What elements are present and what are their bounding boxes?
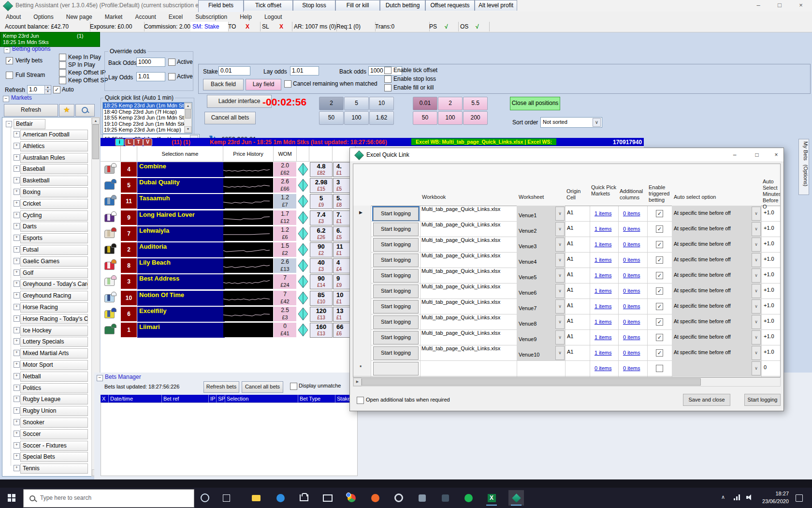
lay-stake-button-100[interactable]: 100 [438, 111, 463, 125]
expand-icon[interactable]: + [14, 315, 20, 322]
dialog-maximize-icon[interactable]: □ [750, 150, 764, 160]
selection-name[interactable]: Dubai Quality [137, 178, 225, 193]
selection-name[interactable]: Lehwaiyla [137, 226, 225, 241]
spinner-down-icon[interactable]: ▼ [44, 90, 51, 94]
sidebar-item-tennis[interactable]: Tennis [20, 463, 88, 474]
betfair-collapse-icon[interactable]: − [6, 121, 12, 127]
auto-select-cell[interactable]: At specific time before off∨ [672, 345, 761, 360]
auto-select-cell[interactable]: At specific time before off∨ [672, 206, 761, 221]
chevron-down-icon[interactable]: ∨ [752, 253, 761, 267]
app-icon-8[interactable] [414, 490, 430, 506]
volume-icon[interactable] [746, 494, 753, 500]
lay-stake-button-0.01[interactable]: 0.01 [413, 97, 437, 110]
scrollbar-thumb[interactable] [185, 109, 191, 119]
start-logging-button[interactable]: Start logging [373, 254, 419, 267]
auto-select-cell[interactable]: At specific time before off∨ [672, 283, 761, 299]
sidebar-item-special-bets[interactable]: Special Bets [20, 452, 88, 462]
firefox-icon[interactable] [367, 490, 383, 506]
back-price-button[interactable]: 4.8£82 [310, 162, 333, 177]
start-logging-button[interactable]: Start logging [373, 269, 419, 283]
chevron-down-icon[interactable]: ∨ [555, 330, 565, 344]
start-logging-button[interactable]: Start logging [373, 331, 419, 344]
expand-icon[interactable]: + [14, 350, 20, 356]
back-price-button[interactable]: 40£3 [310, 258, 333, 273]
enable-betting-checkbox[interactable]: ✓ [656, 256, 663, 264]
back-price-button[interactable]: 90£14 [310, 274, 333, 289]
worksheet-cell[interactable]: Venue9∨ [517, 329, 565, 345]
sidebar-item-cricket[interactable]: Cricket [20, 199, 88, 209]
enable-tick-offset-checkbox[interactable] [384, 67, 392, 74]
dialog-hscrollbar[interactable]: ◀▶ [353, 377, 781, 387]
chevron-down-icon[interactable]: ∨ [555, 238, 565, 252]
collapse-icon[interactable]: − [97, 375, 103, 381]
sidebar-item-esports[interactable]: Esports [20, 233, 88, 243]
close-icon[interactable]: × [791, 0, 811, 11]
quick-pick-item[interactable]: 18:25 Kemp 23rd Jun (1m Mdn Stks) [103, 103, 192, 109]
excel-icon[interactable]: X [484, 490, 499, 506]
expand-icon[interactable]: + [14, 223, 20, 229]
start-logging-button[interactable]: Start logging [373, 223, 419, 236]
chevron-down-icon[interactable]: ∨ [752, 207, 761, 221]
selection-name[interactable]: Tasaamuh [137, 194, 225, 209]
chevron-down-icon[interactable]: ∨ [752, 361, 761, 375]
market-bar-button-v[interactable]: V [143, 138, 152, 146]
lay-odds-active-checkbox[interactable] [168, 73, 175, 80]
sidebar-item-golf[interactable]: Golf [20, 268, 88, 278]
chevron-down-icon[interactable]: ∨ [752, 284, 761, 298]
chevron-down-icon[interactable]: ∨ [752, 238, 761, 252]
sidebar-item-greyhound-today-s-card[interactable]: Greyhound - Today's Card [20, 279, 88, 289]
worksheet-cell[interactable]: Venue3∨ [517, 237, 565, 252]
quick-pick-item[interactable]: 18:55 Kemp 23rd Jun (1m Mdn Stks) [103, 115, 192, 121]
chevron-down-icon[interactable]: ∨ [555, 284, 565, 298]
worksheet-cell[interactable]: Venue2∨ [517, 221, 565, 237]
expand-icon[interactable]: + [14, 143, 20, 149]
menu-item-options[interactable]: Options [33, 14, 53, 20]
sidebar-item-snooker[interactable]: Snooker [20, 418, 88, 428]
enable-stop-loss-checkbox[interactable] [384, 75, 392, 83]
sidebar-item-athletics[interactable]: Athletics [20, 141, 88, 151]
spotify-icon[interactable] [461, 490, 476, 506]
back-price-button[interactable]: 2.98£15 [310, 178, 333, 193]
start-logging-button[interactable]: Start logging [373, 346, 419, 360]
mail-icon[interactable] [320, 490, 335, 506]
start-logging-button[interactable]: Start logging [373, 300, 419, 314]
tab-stop-loss[interactable]: Stop loss [293, 0, 335, 11]
back-stake-button-10[interactable]: 10 [369, 97, 394, 110]
chrome-icon[interactable] [344, 490, 359, 506]
tab-alt-level-profit[interactable]: Alt level profit [475, 0, 517, 11]
stake-input[interactable]: 0.01 [218, 66, 250, 75]
worksheet-cell[interactable]: Venue6∨ [517, 283, 565, 299]
side-tab-my-bets[interactable]: My Bets(Options) [798, 139, 809, 195]
back-odds-active-checkbox[interactable] [168, 59, 175, 66]
chevron-down-icon[interactable]: ∨ [593, 118, 601, 127]
expand-icon[interactable]: + [14, 269, 20, 276]
worksheet-cell[interactable]: Venue10∨ [517, 345, 565, 360]
sidebar-item-gaelic-games[interactable]: Gaelic Games [20, 256, 88, 267]
enable-fill-or-kill-checkbox[interactable] [384, 84, 392, 91]
auto-select-cell[interactable]: At specific time before off∨ [672, 299, 761, 314]
scrollbar-thumb[interactable] [362, 378, 701, 386]
ladder-interface-button[interactable]: Ladder interface [207, 95, 272, 108]
chevron-down-icon[interactable]: ∨ [555, 346, 565, 360]
cancel-all-bets-button-2[interactable]: Cancel all bets [242, 381, 283, 393]
start-logging-footer-button[interactable]: Start logging [744, 394, 781, 406]
scrollbar-thumb[interactable] [92, 124, 99, 159]
expand-icon[interactable]: + [14, 292, 20, 299]
start-logging-button[interactable]: Start logging [373, 284, 419, 298]
betting-assistant-icon[interactable] [508, 490, 524, 506]
sp-in-play-checkbox[interactable] [59, 61, 66, 69]
close-all-positions-button[interactable]: Close all positions [510, 97, 560, 110]
worksheet-cell[interactable]: Venue8∨ [517, 314, 565, 329]
full-stream-checkbox[interactable] [6, 72, 13, 79]
save-and-close-button[interactable]: Save and close [683, 394, 730, 406]
lay-stake-button-200[interactable]: 200 [463, 111, 488, 125]
menu-item-excel[interactable]: Excel [169, 14, 183, 20]
expand-icon[interactable]: + [14, 177, 20, 183]
minimize-icon[interactable]: – [748, 0, 768, 11]
sidebar-item-australian-rules[interactable]: Australian Rules [20, 153, 88, 163]
auto-refresh-checkbox[interactable]: ✓ [53, 86, 60, 93]
scroll-down-icon[interactable]: ▼ [185, 126, 191, 133]
expand-icon[interactable]: + [14, 165, 20, 172]
sidebar-item-futsal[interactable]: Futsal [20, 245, 88, 255]
sidebar-item-boxing[interactable]: Boxing [20, 187, 88, 197]
